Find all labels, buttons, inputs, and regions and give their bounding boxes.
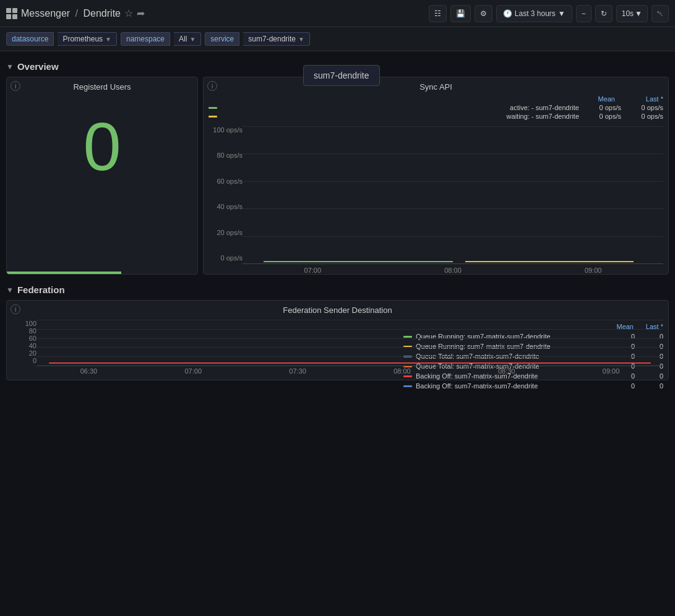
federation-chevron: ▼ xyxy=(6,286,14,294)
fed-y-label-1: 80 xyxy=(29,327,37,335)
fed-chart-container xyxy=(37,320,663,366)
datasource-dropdown[interactable]: Prometheus ▼ xyxy=(58,32,117,46)
refresh-icon: ↻ xyxy=(601,9,607,18)
interval-value: 10s xyxy=(622,9,634,18)
sync-y-label-3: 40 ops/s xyxy=(217,203,243,210)
reg-info-icon[interactable]: i xyxy=(11,81,20,91)
overview-panels-row: i Registerd Users 0 i Sync API Mean Last… xyxy=(6,77,669,275)
sync-legend-swatch-1 xyxy=(209,116,217,118)
overview-chevron: ▼ xyxy=(6,62,14,71)
datasource-caret: ▼ xyxy=(105,36,111,43)
fed-x-label-4: 08:30 xyxy=(498,367,515,375)
sync-api-panel: i Sync API Mean Last * active: - sum7-de… xyxy=(203,77,669,275)
sync-legend-last-1: 0 ops/s xyxy=(626,113,663,120)
sync-api-title: Sync API xyxy=(204,77,668,94)
fed-grid-0 xyxy=(37,320,663,320)
datasource-label: datasource xyxy=(6,32,54,46)
clock-icon: 🕐 xyxy=(503,9,512,18)
grid-line-1 xyxy=(243,153,663,154)
top-bar-left: Messenger / Dendrite ☆ ➦ xyxy=(6,7,424,19)
sync-y-label-4: 20 ops/s xyxy=(217,229,243,236)
interval-btn[interactable]: 10s ▼ xyxy=(616,5,648,22)
refresh-btn[interactable]: ↻ xyxy=(595,5,613,22)
namespace-caret: ▼ xyxy=(189,36,196,43)
sync-x-label-2: 09:00 xyxy=(585,267,602,274)
grid-line-2 xyxy=(243,181,663,182)
share-icon[interactable]: ➦ xyxy=(137,7,145,19)
service-label: service xyxy=(205,32,239,46)
save-btn[interactable]: 💾 xyxy=(450,5,471,22)
fed-grid-2 xyxy=(37,338,663,339)
sync-y-label-0: 100 ops/s xyxy=(213,126,243,134)
namespace-label: namespace xyxy=(121,32,170,46)
tooltip-text: sum7-dendrite xyxy=(314,71,369,80)
fed-y-label-3: 40 xyxy=(29,342,37,349)
namespace-dropdown[interactable]: All ▼ xyxy=(174,32,201,46)
sync-legend-label-0: active: - sum7-dendrite xyxy=(222,104,579,111)
chart-icon: ☷ xyxy=(434,9,441,18)
sync-legend-label-1: waiting: - sum7-dendrite xyxy=(222,113,579,120)
page-name: Dendrite xyxy=(84,8,121,19)
grid-line-0 xyxy=(243,126,663,127)
sync-legend-last-0: 0 ops/s xyxy=(626,104,663,111)
fed-info-icon[interactable]: i xyxy=(11,304,20,314)
fed-legend-row-5: Backing Off: sum7-matrix-sum7-dendrite 0… xyxy=(403,382,663,390)
fed-title: Federation Sender Destination xyxy=(7,301,668,317)
sync-legend-header: Mean Last * xyxy=(204,94,668,104)
federation-section-header[interactable]: ▼ Federation xyxy=(6,281,669,300)
namespace-value: All xyxy=(179,35,187,43)
overview-title: Overview xyxy=(17,61,59,72)
fed-chart-area: 100806040200 06:3007:0007:3008:0008:3009… xyxy=(7,317,668,380)
sync-legend-last-header: Last * xyxy=(620,95,663,103)
chart-btn[interactable]: ☷ xyxy=(429,5,447,22)
grid-line-3 xyxy=(243,208,663,209)
service-tooltip: sum7-dendrite xyxy=(303,65,380,86)
zoom-out-btn[interactable]: − xyxy=(576,5,591,22)
top-bar: Messenger / Dendrite ☆ ➦ ☷ 💾 ⚙ 🕐 Last 3 … xyxy=(0,0,675,27)
sync-y-label-2: 60 ops/s xyxy=(217,178,243,185)
sync-legend-mean-header: Mean xyxy=(578,95,615,103)
fed-grid-3 xyxy=(37,347,663,348)
star-icon[interactable]: ☆ xyxy=(124,7,133,19)
fed-swatch-5 xyxy=(403,385,412,387)
time-range-label: Last 3 hours xyxy=(515,9,556,18)
main-content: ▼ Overview i Registerd Users 0 i Sync AP… xyxy=(0,51,675,387)
breadcrumb: Messenger / Dendrite xyxy=(21,8,121,19)
sync-info-icon[interactable]: i xyxy=(207,81,217,91)
sync-chart-area: 100 ops/s80 ops/s60 ops/s40 ops/s20 ops/… xyxy=(204,124,668,274)
federation-panel: i Federation Sender Destination Mean Las… xyxy=(6,300,669,380)
zoom-out-icon: − xyxy=(582,9,586,18)
fed-x-label-2: 07:30 xyxy=(289,367,306,375)
service-value: sum7-dendrite xyxy=(248,35,296,43)
gear-icon: ⚙ xyxy=(480,9,487,18)
sync-x-axis: 07:0008:0009:00 xyxy=(243,265,663,274)
fed-y-label-0: 100 xyxy=(25,320,37,327)
fed-x-label-5: 09:00 xyxy=(603,367,620,375)
service-dropdown[interactable]: sum7-dendrite ▼ xyxy=(243,32,310,46)
fed-y-axis: 100806040200 xyxy=(12,320,37,380)
grid-icon[interactable] xyxy=(6,8,17,19)
tv-btn[interactable]: ␀ xyxy=(651,5,669,22)
time-range-btn[interactable]: 🕐 Last 3 hours ▼ xyxy=(496,5,572,22)
time-caret: ▼ xyxy=(558,9,565,18)
grid-line-4 xyxy=(243,236,663,237)
fed-y-label-4: 20 xyxy=(29,349,37,357)
fed-legend-mean-5: 0 xyxy=(610,382,635,390)
fed-grid-1 xyxy=(37,329,663,330)
sync-y-label-1: 80 ops/s xyxy=(217,152,243,159)
sync-waiting-line xyxy=(465,261,634,262)
reg-bottom-bar xyxy=(7,272,197,274)
fed-x-label-3: 08:00 xyxy=(393,367,411,375)
tv-icon: ␀ xyxy=(657,9,663,18)
settings-btn[interactable]: ⚙ xyxy=(475,5,492,22)
reg-users-title: Registerd Users xyxy=(73,77,131,94)
sync-legend-rows: active: - sum7-dendrite 0 ops/s 0 ops/s … xyxy=(204,104,668,124)
sync-legend-mean-0: 0 ops/s xyxy=(584,104,621,111)
sync-y-label-5: 0 ops/s xyxy=(221,254,243,262)
sync-legend-swatch-0 xyxy=(209,107,217,109)
breadcrumb-separator: / xyxy=(75,8,78,19)
fed-y-label-2: 60 xyxy=(29,335,37,342)
fed-x-label-1: 07:00 xyxy=(184,367,202,375)
fed-grid-4 xyxy=(37,356,663,357)
datasource-value: Prometheus xyxy=(62,35,103,43)
